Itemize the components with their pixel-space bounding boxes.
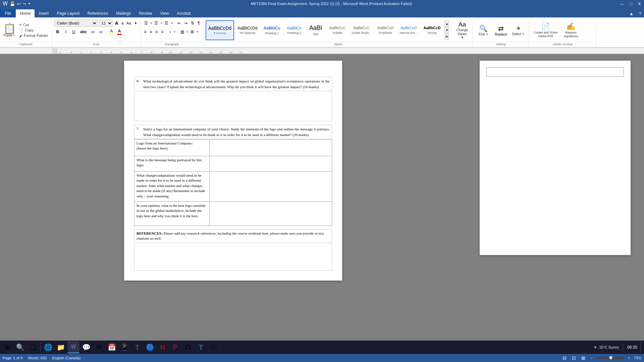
mail-icon[interactable]: ✉ [93,341,105,353]
style-normal[interactable]: AaBbCcDd ¶ Normal [206,20,234,40]
style-intense-emph[interactable]: AaBbCcD Intense Em... [397,20,420,40]
print-layout-btn[interactable]: ⊟ [561,355,568,361]
search-button[interactable]: 🔍 [14,341,26,353]
underline-button[interactable]: U [70,28,77,36]
zoom-out-btn[interactable]: − [589,356,594,360]
maximize-btn[interactable]: □ [630,1,632,6]
cut-button[interactable]: ✂ Cut [18,22,50,27]
change-case-btn[interactable]: Aa [125,19,132,27]
tab-home[interactable]: Home [16,9,35,17]
font-grow-btn[interactable]: A [114,19,120,27]
close-btn[interactable]: ✕ [638,1,641,6]
style-title[interactable]: AaBl Title [305,20,326,40]
web-layout-btn[interactable]: ⊠ [580,355,587,361]
message-cell-left[interactable]: What is the message being portrayed by t… [135,156,210,172]
show-desktop-btn[interactable] [641,341,643,353]
ribbon-collapse-btn[interactable]: ▲ [627,10,636,17]
logo-cell-right[interactable] [209,139,332,156]
redo-qa-btn[interactable]: ↪ [23,2,26,6]
numbering-btn[interactable]: ☰ [153,19,159,27]
justify-btn[interactable]: ≡ [160,28,165,36]
shading-dropdown[interactable]: ▼ [186,31,189,34]
align-left-btn[interactable]: ≡ [143,28,148,36]
change-styles-button[interactable]: Aa ChangeStyles ▼ [453,20,471,41]
teams2-icon[interactable]: T [195,341,207,353]
tab-references[interactable]: References [84,9,112,17]
start-button[interactable]: ⊞ [1,341,13,353]
style-heading2[interactable]: AaBbCc Heading 2 [284,20,305,40]
request-signatures-button[interactable]: ✍ RequestSignatures [561,21,581,39]
bold-button[interactable]: B [54,28,61,36]
teams-icon[interactable]: T [131,341,143,353]
sort-btn[interactable]: ⇅ [190,19,196,27]
bullets-dropdown[interactable]: ▼ [150,22,153,25]
styles-more[interactable]: ⊞ [444,34,449,40]
multilevel-btn[interactable]: ☰ [163,19,170,27]
increase-indent-btn[interactable]: ⇒ [183,19,189,27]
find-dropdown[interactable]: ▼ [486,33,488,36]
select-dropdown[interactable]: ▼ [522,33,525,36]
right-page-content[interactable] [486,80,624,248]
show-hide-btn[interactable]: ¶ [196,19,201,27]
multilevel-dropdown[interactable]: ▼ [170,22,173,25]
minimize-btn[interactable]: — [620,1,624,6]
tab-view[interactable]: View [156,9,173,17]
superscript-button[interactable]: x2 [97,28,105,36]
tab-file[interactable]: File [0,9,16,17]
right-page-header[interactable] [486,67,624,77]
edge-browser-icon[interactable]: 🌐 [42,341,54,353]
borders-dropdown[interactable]: ▼ [196,31,199,34]
paste-dropdown-arrow[interactable]: ▼ [13,34,15,37]
align-right-btn[interactable]: ≡ [154,28,159,36]
style-subtitle[interactable]: AaBbCcC Subtitle [327,20,348,40]
align-center-btn[interactable]: ≡ [149,28,154,36]
chrome-icon[interactable]: 🔵 [144,341,156,353]
help-btn[interactable]: ? [636,10,644,17]
tab-review[interactable]: Review [135,9,156,17]
font-face-select[interactable]: Calibri (Body) [54,19,98,27]
tab-pagelayout[interactable]: Page Layout [53,9,83,17]
prev-answer-area[interactable] [134,67,332,77]
tab-insert[interactable]: Insert [35,9,53,17]
numbering-dropdown[interactable]: ▼ [160,22,163,25]
word-taskbar-icon[interactable]: W [67,341,79,353]
undo-qa-btn[interactable]: ↩ [17,1,21,6]
style-no-spacing[interactable]: AaBbCcDd No Spacing [235,20,260,40]
bullets-btn[interactable]: ☰ [143,19,149,27]
extra-icon[interactable]: ⬡ [208,341,220,353]
style-heading1[interactable]: AaBbCc Heading 1 [261,20,283,40]
logo-cell-left[interactable]: Logo from an International Company:(Inse… [135,139,210,156]
netflix-icon[interactable]: N [157,341,169,353]
best-logo-cell-left[interactable]: In your opinion, what is the best logo c… [135,202,210,226]
styles-scroll-down[interactable]: ▼ [444,27,449,33]
references-answer-area[interactable] [134,243,332,270]
tab-mailings[interactable]: Mailings [112,9,135,17]
explorer-icon[interactable]: 📁 [55,341,67,353]
create-pdf-button[interactable]: 📄 Create and ShareAdobe PDF [531,21,560,39]
question-6-answer[interactable] [134,91,332,121]
changes-cell-right[interactable] [209,172,332,202]
shading-btn[interactable]: ▨ [179,28,185,36]
format-painter-button[interactable]: 🖌 Format Painter [18,33,50,38]
calendar-icon[interactable]: 📅 [106,341,118,353]
select-button[interactable]: ⌖ Select ▼ [510,24,527,37]
right-page[interactable] [480,61,631,255]
style-emphasis[interactable]: AaBbCcD Emphasis [375,20,396,40]
font-shrink-btn[interactable]: a [120,19,125,27]
task-view-button[interactable]: ❑ [27,341,39,353]
save-qa-btn[interactable]: 💾 [10,1,15,6]
font-size-select[interactable]: 11 [99,19,113,27]
full-reading-btn[interactable]: ⊡ [571,355,577,361]
document-area[interactable]: 6. What technological advancement do you… [0,54,466,354]
italic-button[interactable]: I [62,28,69,36]
find-button[interactable]: 🔍 Find ▼ [475,24,492,37]
message-cell-right[interactable] [209,156,332,172]
style-strong[interactable]: AaBbCcD Strong [421,20,443,40]
zoom-thumb[interactable] [609,356,612,359]
skype-icon[interactable]: 💬 [80,341,92,353]
line-spacing-dropdown[interactable]: ▼ [173,31,176,34]
strikethrough-button[interactable]: abc [78,28,89,36]
clear-format-btn[interactable]: ✦ [133,19,139,27]
opera-icon[interactable]: O [182,341,194,353]
style-subtle-emph[interactable]: AaBbCcC Subtle Emph... [349,20,374,40]
